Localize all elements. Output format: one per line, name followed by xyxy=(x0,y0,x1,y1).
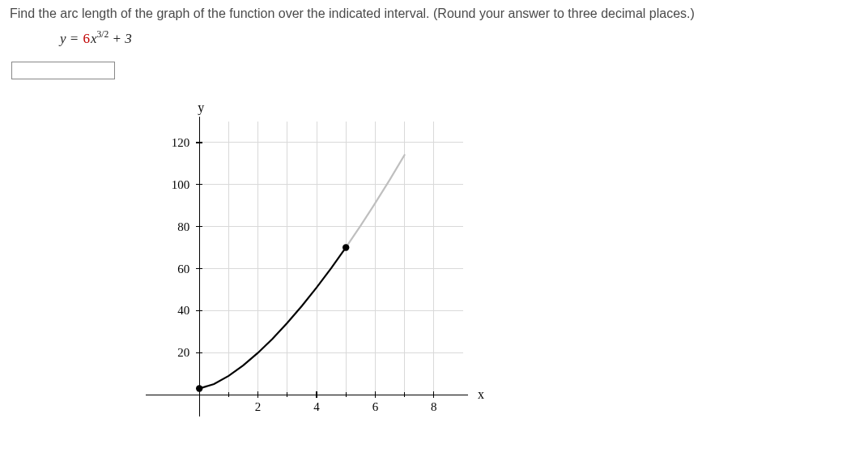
x-tick-label: 2 xyxy=(255,400,262,413)
chart-container: 246820406080100120yx xyxy=(107,97,858,446)
eq-equals: = xyxy=(70,31,79,46)
x-tick-label: 8 xyxy=(431,400,437,413)
curve-endpoint xyxy=(196,385,202,391)
problem-prompt: Find the arc length of the graph of the … xyxy=(10,6,858,21)
y-tick-label: 40 xyxy=(177,304,189,317)
y-tick-label: 120 xyxy=(172,136,190,149)
eq-tail: + 3 xyxy=(108,31,131,46)
x-tick-label: 6 xyxy=(372,400,379,413)
x-axis-label: x xyxy=(478,387,484,401)
x-tick-label: 4 xyxy=(313,400,320,413)
y-tick-label: 20 xyxy=(177,346,189,359)
eq-coef: 6 xyxy=(83,31,91,46)
y-tick-label: 80 xyxy=(177,220,189,233)
arc-length-chart: 246820406080100120yx xyxy=(107,97,496,446)
y-tick-label: 100 xyxy=(172,177,190,190)
y-axis-label: y xyxy=(198,100,204,115)
eq-lhs: y xyxy=(60,31,66,46)
answer-input[interactable] xyxy=(11,62,115,79)
y-tick-label: 60 xyxy=(177,262,189,275)
problem-equation: y = 6x3/2 + 3 xyxy=(60,29,858,47)
curve-endpoint xyxy=(343,244,349,250)
eq-power: 3/2 xyxy=(97,29,109,40)
eq-var: x xyxy=(91,31,97,46)
